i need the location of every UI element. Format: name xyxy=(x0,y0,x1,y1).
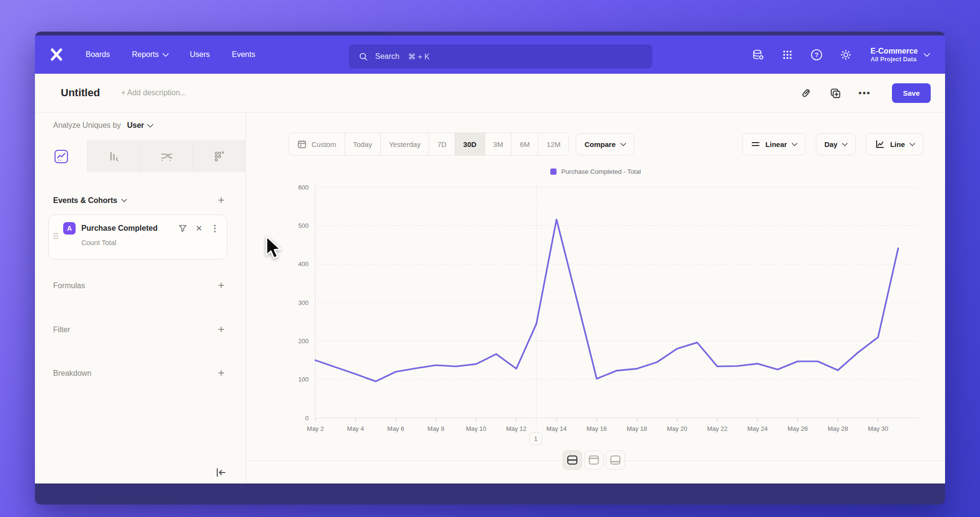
mixpanel-logo-icon[interactable] xyxy=(48,46,65,63)
collapse-sidebar-button[interactable] xyxy=(215,467,227,478)
layout-bottom-icon xyxy=(610,455,621,465)
layout-bottom-button[interactable] xyxy=(606,450,625,470)
svg-text:0: 0 xyxy=(305,415,309,422)
range-6m[interactable]: 6M xyxy=(512,133,538,155)
nav-item-label: Events xyxy=(232,50,256,59)
range-30d[interactable]: 30D xyxy=(455,133,485,155)
range-3m[interactable]: 3M xyxy=(485,133,512,155)
search-shortcut: ⌘ + K xyxy=(408,52,430,61)
range-custom[interactable]: Custom xyxy=(289,133,345,155)
help-icon[interactable]: ? xyxy=(810,48,823,61)
add-filter-button[interactable]: + xyxy=(218,324,224,335)
layout-top-button[interactable] xyxy=(584,450,603,470)
svg-text:500: 500 xyxy=(298,222,309,229)
range-12m[interactable]: 12M xyxy=(538,133,568,155)
search-input[interactable]: Search ⌘ + K xyxy=(349,45,652,68)
compare-label: Compare xyxy=(584,140,615,148)
range-yesterday[interactable]: Yesterday xyxy=(381,133,429,155)
event-letter-badge: A xyxy=(63,222,76,235)
layout-top-icon xyxy=(589,455,599,465)
drag-handle-icon[interactable] xyxy=(53,233,58,239)
svg-text:May 16: May 16 xyxy=(587,425,607,432)
svg-text:May 20: May 20 xyxy=(667,425,688,432)
nav-item-label: Users xyxy=(190,50,210,59)
report-content: Untitled + Add description... ••• xyxy=(35,74,945,483)
top-navbar: BoardsReportsUsersEvents Search ⌘ + K xyxy=(35,35,945,74)
visualization-tabs xyxy=(35,140,245,172)
svg-text:200: 200 xyxy=(298,337,309,345)
interval-button[interactable]: Day xyxy=(816,133,856,155)
more-options-icon[interactable]: ••• xyxy=(858,88,871,98)
data-connections-icon[interactable] xyxy=(752,48,765,61)
app-window: BoardsReportsUsersEvents Search ⌘ + K xyxy=(35,32,945,505)
event-metric[interactable]: Count Total xyxy=(81,239,219,247)
save-button[interactable]: Save xyxy=(892,83,931,103)
svg-text:May 2: May 2 xyxy=(307,425,323,432)
compare-button[interactable]: Compare xyxy=(576,133,634,155)
section-formulas: Formulas+ xyxy=(53,280,224,291)
chevron-down-icon xyxy=(147,121,154,128)
chevron-down-icon xyxy=(791,140,798,146)
svg-text:May 30: May 30 xyxy=(868,425,889,432)
section-label: Filter xyxy=(53,326,70,334)
scale-label: Linear xyxy=(766,140,787,148)
chevron-down-icon xyxy=(924,50,930,57)
annotation-badge[interactable]: 1 xyxy=(529,432,542,445)
add-event-button[interactable]: + xyxy=(218,195,224,206)
add-formulas-button[interactable]: + xyxy=(218,280,224,291)
chevron-down-icon xyxy=(620,140,626,146)
range-label: 7D xyxy=(437,140,446,148)
svg-text:May 4: May 4 xyxy=(347,425,364,432)
add-description-field[interactable]: + Add description... xyxy=(121,89,187,97)
layout-split-icon xyxy=(567,455,578,465)
nav-item-users[interactable]: Users xyxy=(190,50,210,59)
section-filter: Filter+ xyxy=(53,324,224,335)
project-name: E-Commerce xyxy=(870,46,918,56)
search-placeholder: Search xyxy=(375,52,400,61)
display-controls: Linear Day xyxy=(742,133,923,155)
svg-text:May 18: May 18 xyxy=(627,425,647,432)
events-cohorts-label: Events & Cohorts xyxy=(53,196,117,205)
range-label: Custom xyxy=(312,140,336,148)
svg-text:400: 400 xyxy=(298,260,309,268)
settings-gear-icon[interactable] xyxy=(839,48,852,61)
svg-text:May 12: May 12 xyxy=(506,425,527,432)
filter-icon[interactable] xyxy=(178,224,188,233)
svg-text:May 10: May 10 xyxy=(466,425,487,432)
chart-type-label: Line xyxy=(890,140,905,148)
chart-type-button[interactable]: Line xyxy=(866,133,923,155)
tab-flow[interactable] xyxy=(141,140,193,172)
calendar-icon xyxy=(297,139,307,149)
tab-bar-chart[interactable] xyxy=(88,140,140,172)
primary-nav: BoardsReportsUsersEvents xyxy=(86,50,277,59)
nav-item-reports[interactable]: Reports xyxy=(132,50,168,59)
range-today[interactable]: Today xyxy=(345,133,381,155)
purchases-line-chart[interactable]: 0100200300400500600May 2May 4May 6May 8M… xyxy=(246,163,944,450)
range-7d[interactable]: 7D xyxy=(429,133,455,155)
tab-scatter[interactable] xyxy=(193,140,245,172)
interval-label: Day xyxy=(824,140,838,148)
svg-text:May 6: May 6 xyxy=(387,425,404,432)
apps-grid-icon[interactable] xyxy=(781,48,794,61)
event-card[interactable]: A Purchase Completed ✕ ⋮ Count Total xyxy=(48,214,227,259)
kebab-menu-icon[interactable]: ⋮ xyxy=(211,223,219,234)
duplicate-icon[interactable] xyxy=(829,87,841,99)
analyze-by-dropdown[interactable]: User xyxy=(127,121,153,130)
project-switcher[interactable]: E-Commerce All Project Data xyxy=(870,46,929,63)
layout-toggle-group xyxy=(563,450,625,470)
remove-event-icon[interactable]: ✕ xyxy=(196,224,202,234)
nav-item-label: Boards xyxy=(86,50,110,59)
section-label: Breakdown xyxy=(53,369,91,378)
svg-text:100: 100 xyxy=(298,376,309,383)
event-name[interactable]: Purchase Completed xyxy=(81,224,157,233)
nav-item-events[interactable]: Events xyxy=(232,50,256,59)
link-icon[interactable] xyxy=(800,87,812,99)
scale-button[interactable]: Linear xyxy=(742,133,805,155)
report-title[interactable]: Untitled xyxy=(61,87,100,99)
layout-split-button[interactable] xyxy=(563,450,582,470)
svg-text:May 24: May 24 xyxy=(747,425,768,432)
nav-item-boards[interactable]: Boards xyxy=(86,50,110,59)
chart-controls: CustomTodayYesterday7D30D3M6M12M Compare… xyxy=(289,133,923,156)
tab-line-chart[interactable] xyxy=(35,140,88,172)
add-breakdown-button[interactable]: + xyxy=(218,368,224,379)
